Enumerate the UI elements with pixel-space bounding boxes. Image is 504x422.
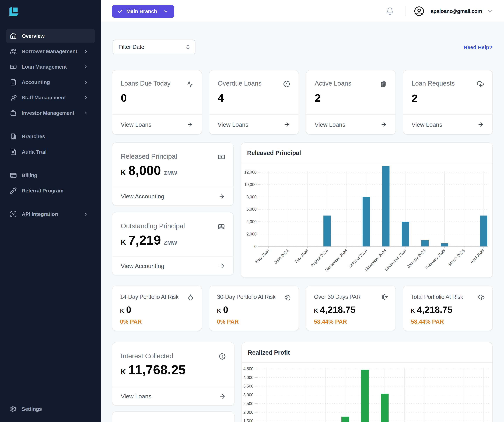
svg-text:3,000: 3,000 — [243, 392, 253, 397]
svg-text:0: 0 — [254, 244, 257, 249]
svg-text:10,000: 10,000 — [244, 182, 257, 187]
svg-text:8,000: 8,000 — [246, 195, 257, 199]
svg-text:4,000: 4,000 — [246, 220, 257, 224]
svg-text:2,000: 2,000 — [243, 410, 253, 415]
svg-text:January 2025: January 2025 — [406, 248, 427, 269]
svg-text:February 2025: February 2025 — [424, 248, 446, 270]
svg-text:March 2025: March 2025 — [447, 248, 466, 267]
svg-text:October 2024: October 2024 — [347, 248, 368, 269]
svg-text:June 2024: June 2024 — [273, 248, 290, 265]
svg-text:2,000: 2,000 — [246, 232, 257, 236]
svg-text:July 2024: July 2024 — [294, 248, 309, 264]
svg-text:April 2025: April 2025 — [469, 248, 486, 264]
svg-text:August 2024: August 2024 — [310, 248, 329, 267]
svg-text:12,000: 12,000 — [244, 170, 257, 174]
svg-text:May 2024: May 2024 — [254, 248, 270, 264]
svg-text:3,500: 3,500 — [243, 384, 253, 388]
svg-text:1,500: 1,500 — [243, 419, 253, 422]
svg-text:4,500: 4,500 — [243, 367, 253, 371]
svg-text:4,000: 4,000 — [243, 375, 253, 380]
svg-text:2,500: 2,500 — [243, 401, 253, 406]
svg-text:6,000: 6,000 — [246, 207, 257, 212]
